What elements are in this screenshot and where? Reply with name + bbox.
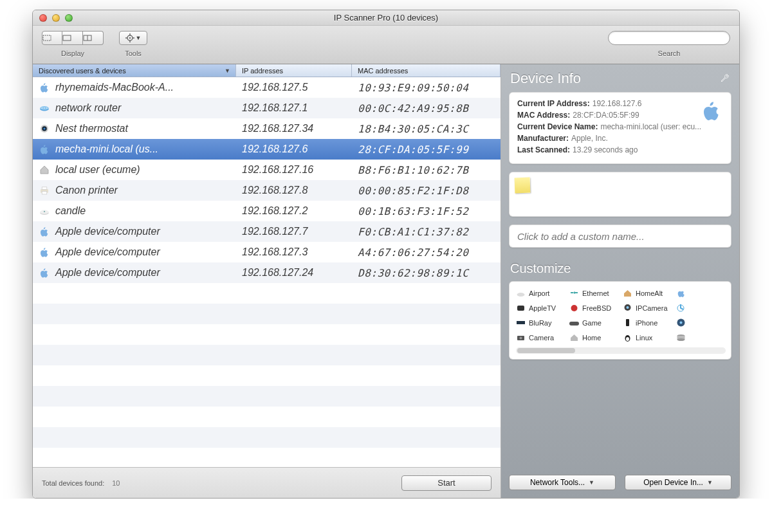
device-mac: 10:93:E9:09:50:04 [352, 82, 501, 94]
bluray-icon [516, 318, 526, 327]
device-name: mecha-mini.local (us... [55, 143, 158, 155]
empty-row [33, 324, 501, 345]
customize-item-extra[interactable] [676, 303, 730, 313]
extra-icon [676, 303, 686, 313]
empty-row [33, 386, 501, 407]
table-row[interactable]: network router192.168.127.100:0C:42:A9:9… [33, 98, 501, 118]
customize-item-iphone[interactable]: iPhone [623, 318, 676, 327]
device-ip: 192.168.127.1 [236, 102, 352, 114]
customize-item-extra[interactable] [676, 288, 730, 298]
device-ip: 192.168.127.24 [236, 267, 352, 279]
device-ip: 192.168.127.16 [236, 164, 352, 176]
printer-icon [39, 185, 50, 196]
linux-icon [623, 333, 632, 342]
table-row[interactable]: Nest thermostat192.168.127.3418:B4:30:05… [33, 118, 501, 139]
display-mode-3[interactable] [83, 31, 104, 45]
customize-title: Customize [501, 255, 739, 281]
notes-card[interactable] [509, 172, 731, 217]
close-icon[interactable] [39, 14, 47, 22]
tools-button[interactable]: ▼ [119, 31, 147, 45]
device-rows: rhynemaids-MacBook-A...192.168.127.510:9… [33, 77, 501, 467]
svg-point-14 [42, 107, 43, 109]
device-ip: 192.168.127.5 [236, 82, 352, 93]
table-row[interactable]: local user (ecume)192.168.127.16B8:F6:B1… [33, 160, 501, 180]
search-label: Search [658, 50, 681, 57]
customize-item-home[interactable]: Home [569, 333, 623, 342]
device-ip: 192.168.127.7 [236, 226, 352, 237]
device-name: Nest thermostat [55, 123, 128, 134]
info-scan-value: 13.29 seconds ago [573, 145, 638, 154]
table-header: Discovered users & devices▼ IP addresses… [33, 64, 501, 77]
customize-item-ipcamera[interactable]: IPCamera [623, 303, 676, 313]
apple-logo-icon [700, 99, 723, 122]
empty-row [33, 283, 501, 304]
table-row[interactable]: Apple device/computer192.168.127.3A4:67:… [33, 242, 501, 262]
device-name: Apple device/computer [55, 267, 160, 279]
svg-point-35 [680, 322, 683, 324]
customize-item-ethernet[interactable]: Ethernet [569, 288, 623, 298]
customize-item-bluray[interactable]: BluRay [516, 318, 569, 327]
titlebar[interactable]: IP Scanner Pro (10 devices) [33, 10, 739, 26]
toolbar: Display ▼ Tools Search [33, 26, 739, 64]
column-header-ip[interactable]: IP addresses [236, 64, 352, 77]
display-segmented [42, 31, 104, 45]
device-ip: 192.168.127.2 [236, 205, 352, 217]
eth-icon [569, 288, 579, 298]
extra-icon [676, 333, 686, 342]
svg-rect-1 [63, 35, 71, 41]
customize-scrollbar[interactable] [516, 347, 726, 354]
router-icon [39, 102, 50, 114]
customize-item-linux[interactable]: Linux [623, 333, 676, 342]
customize-item-homealt[interactable]: HomeAlt [623, 288, 676, 298]
table-row[interactable]: mecha-mini.local (us...192.168.127.628:C… [33, 139, 501, 160]
column-header-mac[interactable]: MAC addresses [352, 64, 501, 77]
device-mac: F0:CB:A1:C1:37:82 [352, 226, 501, 238]
customize-item-game[interactable]: Game [569, 318, 623, 327]
svg-point-25 [44, 211, 45, 212]
start-button[interactable]: Start [401, 475, 492, 491]
device-mac: 00:1B:63:F3:1F:52 [352, 205, 501, 217]
display-mode-2[interactable] [62, 31, 83, 45]
window-title: IP Scanner Pro (10 devices) [33, 13, 739, 23]
apple-icon [39, 143, 50, 155]
customize-item-appletv[interactable]: AppleTV [516, 303, 569, 313]
empty-row [33, 365, 501, 386]
minimize-icon[interactable] [52, 14, 60, 22]
svg-point-30 [627, 306, 629, 309]
table-row[interactable]: Apple device/computer192.168.127.24D8:30… [33, 262, 501, 283]
customize-item-airport[interactable]: Airport [516, 288, 569, 298]
svg-point-19 [44, 128, 46, 130]
customize-item-freebsd[interactable]: FreeBSD [569, 303, 623, 313]
iphone-icon [623, 318, 632, 327]
zoom-icon[interactable] [65, 14, 73, 22]
device-info-pane: Device Info Current IP Address:192.168.1… [501, 64, 739, 498]
customize-item-camera[interactable]: Camera [516, 333, 569, 342]
svg-rect-0 [43, 35, 51, 41]
customize-item-extra[interactable] [676, 333, 730, 342]
table-row[interactable]: Apple device/computer192.168.127.7F0:CB:… [33, 221, 501, 242]
svg-rect-32 [517, 321, 525, 324]
search-input[interactable] [608, 31, 730, 45]
custom-name-input[interactable] [517, 231, 723, 242]
table-row[interactable]: candle192.168.127.200:1B:63:F3:1F:52 [33, 201, 501, 221]
open-device-in-dropdown[interactable]: Open Device In...▼ [625, 475, 731, 490]
display-mode-1[interactable] [42, 31, 62, 45]
customize-item-extra[interactable] [676, 318, 730, 327]
device-mac: 28:CF:DA:05:5F:99 [352, 143, 501, 156]
device-info-card: Current IP Address:192.168.127.6 MAC Add… [509, 92, 731, 164]
extra-icon [676, 318, 686, 327]
svg-rect-33 [626, 319, 629, 326]
extra-icon [676, 288, 686, 298]
device-mac: D8:30:62:98:89:1C [352, 267, 501, 279]
wrench-icon[interactable] [720, 73, 730, 84]
column-header-devices[interactable]: Discovered users & devices▼ [33, 64, 236, 77]
table-row[interactable]: rhynemaids-MacBook-A...192.168.127.510:9… [33, 77, 501, 98]
sticky-note-icon [515, 178, 531, 194]
device-name: local user (ecume) [55, 164, 140, 176]
network-tools-dropdown[interactable]: Network Tools...▼ [509, 475, 616, 490]
svg-rect-21 [42, 187, 47, 190]
camera-icon [516, 333, 526, 342]
tools-label: Tools [125, 50, 142, 57]
device-ip: 192.168.127.6 [236, 143, 352, 155]
table-row[interactable]: Canon printer192.168.127.800:00:85:F2:1F… [33, 180, 501, 201]
